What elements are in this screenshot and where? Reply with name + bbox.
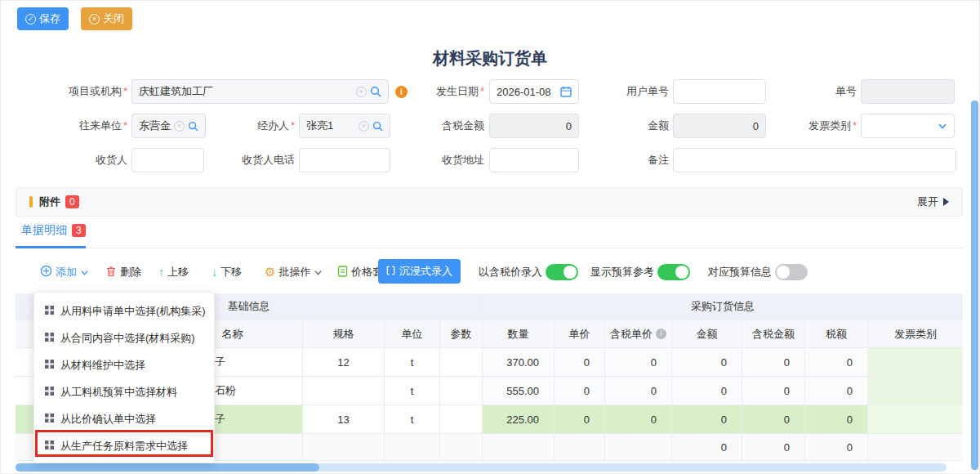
cell-amount[interactable]: 0 [672,434,742,460]
cell-spec[interactable] [303,434,385,460]
cell-price[interactable]: 0 [555,405,605,433]
cell-amount[interactable]: 0 [672,405,742,433]
save-button[interactable]: ✓ 保存 [17,7,69,30]
receiver-addr-input[interactable] [489,148,579,172]
cell-qty[interactable] [483,434,555,460]
move-up-button[interactable]: ↑ 上移 [158,260,189,284]
cell-tax-price[interactable]: 0 [605,377,672,405]
vertical-scrollbar-thumb[interactable] [971,101,978,470]
receiver-input[interactable] [131,148,204,172]
expand-label: 展开 [917,195,938,209]
project-input[interactable]: 庆虹建筑加工厂 × [131,79,389,104]
info-icon[interactable]: i [395,86,408,98]
menu-item-contract-content[interactable]: 从合同内容中选择(材料采购) [34,324,214,351]
col-param: 参数 [440,320,483,347]
cell-invoice-type[interactable] [868,348,963,376]
cell-price[interactable] [555,434,605,460]
cell-tax[interactable]: 0 [805,434,868,460]
attachment-label: 附件 [39,195,60,209]
cell-param[interactable] [440,405,483,433]
cell-price[interactable]: 0 [555,377,605,405]
cell-spec[interactable]: 13 [303,405,385,433]
cell-price[interactable]: 0 [555,348,605,376]
batch-ops-button[interactable]: ⚙ 批操作 [265,260,323,284]
cell-tax-price[interactable]: 0 [605,348,672,376]
doc-no-input [861,79,955,104]
search-icon[interactable] [370,86,381,97]
cell-invoice-type[interactable] [868,377,963,405]
toggle-budget-info-group: 对应预算信息 [708,260,808,284]
cell-spec[interactable] [303,377,385,405]
clear-icon[interactable]: × [356,87,367,97]
expand-button[interactable]: 展开 [917,195,949,209]
cell-amount[interactable]: 0 [672,348,742,376]
clear-icon[interactable]: × [359,121,369,132]
menu-item-material-request[interactable]: 从用料申请单中选择(机构集采) [34,297,214,324]
play-triangle-icon [943,198,949,206]
cell-unit[interactable] [385,434,440,460]
grid-icon [45,332,54,344]
toggle-budget-info[interactable] [775,264,808,280]
cell-amount[interactable]: 0 [672,377,742,405]
horizontal-scrollbar-thumb[interactable] [16,463,319,472]
menu-item-material-maintenance[interactable]: 从材料维护中选择 [34,351,214,378]
tab-detail[interactable]: 单据明细 3 [21,223,86,238]
cell-tax-price[interactable] [605,434,672,460]
cell-tax-amount[interactable]: 0 [742,405,805,433]
supplier-input[interactable]: 东营金辰建 × [131,114,206,138]
user-no-input[interactable] [673,79,766,104]
toggle-knob [675,266,688,279]
gear-icon: ⚙ [265,265,275,279]
remark-input[interactable] [673,148,956,172]
cell-param[interactable] [440,434,483,460]
total-value: 0 [680,120,759,132]
cell-tax-amount[interactable]: 0 [742,434,805,460]
calendar-icon[interactable] [560,86,572,97]
menu-item-price-comparison[interactable]: 从比价确认单中选择 [34,405,214,432]
cell-tax-price[interactable]: 0 [605,405,672,433]
agent-input[interactable]: 张亮1 × [299,114,390,138]
move-down-button[interactable]: ↓ 下移 [212,260,242,284]
add-button[interactable]: 添加 [40,260,89,284]
delete-button[interactable]: 删除 [105,260,141,284]
receiver-phone-input[interactable] [299,148,390,172]
cell-tax[interactable]: 0 [805,405,868,433]
cell-tax-amount[interactable]: 0 [742,348,805,376]
invoice-type-select[interactable] [861,114,955,138]
page-title: 材料采购订货单 [1,47,979,69]
cell-tax[interactable]: 0 [805,348,868,376]
cell-unit[interactable]: t [385,405,440,433]
toggle-budget-ref[interactable] [657,264,690,280]
menu-item-labor-budget[interactable]: 从工料机预算中选择材料 [34,378,214,405]
search-icon[interactable] [188,121,198,132]
receiver-phone-label: 收货人电话 [221,148,295,172]
cell-qty[interactable]: 225.00 [483,405,555,433]
cell-param[interactable] [440,348,483,376]
cell-unit[interactable]: t [385,377,440,405]
cell-tax-amount[interactable]: 0 [742,377,805,405]
arrow-down-icon: ↓ [212,266,217,279]
toggle-tax-price[interactable] [546,264,578,280]
info-icon[interactable]: i [656,329,666,339]
clear-icon[interactable]: × [174,121,185,132]
search-icon[interactable] [372,121,383,132]
attachment-bar[interactable]: 附件 0 展开 [16,187,963,217]
agent-value: 张亮1 [306,118,356,133]
close-button-label: 关闭 [103,11,124,26]
col-tax-price: 含税单价i [605,320,672,347]
cell-param[interactable] [440,377,483,405]
doc-no-label: 单号 [791,79,857,104]
immersive-entry-button[interactable]: 沉浸式录入 [378,259,461,284]
date-input[interactable]: 2026-01-08 [489,79,579,104]
highlight-box [35,430,213,457]
cell-invoice-type[interactable] [868,405,963,433]
cell-invoice-type[interactable] [868,434,963,460]
cell-qty[interactable]: 370.00 [483,348,555,376]
cell-tax[interactable]: 0 [805,377,868,405]
cell-unit[interactable]: t [385,348,440,376]
cell-spec[interactable]: 12 [303,348,385,376]
menu-item-label: 从材料维护中选择 [60,358,145,373]
close-button[interactable]: × 关闭 [81,7,132,30]
cell-qty[interactable]: 555.00 [483,377,555,405]
tab-divider [16,248,963,248]
